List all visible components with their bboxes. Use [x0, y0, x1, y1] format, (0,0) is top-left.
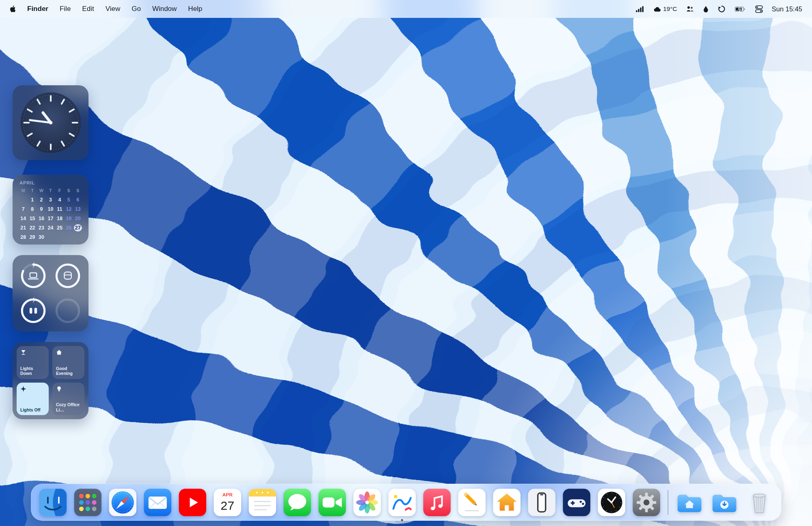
calendar-day: 24: [46, 224, 54, 232]
menu-go[interactable]: Go: [132, 5, 141, 13]
desktop-wallpaper: [0, 0, 812, 526]
calendar-day: 20: [74, 215, 82, 222]
scene-button-cozy-office-li[interactable]: Cozy Office Li…: [52, 383, 84, 416]
calendar-day: 6: [74, 196, 82, 203]
temperature-label: 19°C: [663, 5, 677, 13]
calendar-day: 17: [46, 215, 54, 222]
drop-icon[interactable]: [703, 6, 709, 13]
menu-finder[interactable]: Finder: [27, 5, 48, 13]
calendar-day: 4: [56, 196, 64, 203]
house-icon: [56, 349, 62, 355]
dock-photos-app[interactable]: [352, 488, 382, 517]
analog-clock: [18, 90, 83, 155]
svg-text:APR: APR: [222, 492, 233, 498]
calendar-today: 27: [74, 224, 82, 232]
bulb-icon: [56, 386, 62, 392]
dock-settings-app[interactable]: [632, 488, 661, 517]
dock-pages-app[interactable]: [457, 488, 486, 517]
menu-help[interactable]: Help: [188, 5, 202, 13]
calendar-day: 22: [28, 224, 37, 232]
calendar-month-label: APRIL: [19, 180, 82, 185]
dock-home-app[interactable]: [492, 488, 521, 517]
scene-label: Lights Down: [20, 366, 45, 376]
dock-freeform-app[interactable]: [387, 488, 417, 517]
dock-safari-app[interactable]: [108, 488, 137, 517]
calendar-day: 9: [37, 206, 45, 213]
dock-clock-app[interactable]: [597, 488, 626, 517]
cloud-icon: [653, 6, 661, 12]
calendar-day: 8: [28, 206, 37, 213]
calendar-day: 25: [56, 224, 64, 232]
svg-text:27: 27: [220, 499, 234, 512]
scene-label: Cozy Office Li…: [56, 402, 81, 412]
calendar-day: 29: [28, 234, 37, 241]
calendar-day: 3: [46, 196, 54, 203]
calendar-day: 26: [65, 224, 73, 232]
dock-folder-home[interactable]: [675, 488, 704, 517]
calendar-day-header: S: [65, 187, 73, 194]
calendar-day: 30: [37, 234, 45, 241]
menubar-clock[interactable]: Sun 15:45: [772, 5, 802, 13]
dock-mail-app[interactable]: [143, 488, 172, 517]
cellular-signal-icon[interactable]: [636, 6, 644, 13]
calendar-day: [46, 234, 54, 241]
menu-view[interactable]: View: [106, 5, 121, 13]
widget-column: APRIL MTWTFSS123456789101112131415161718…: [13, 85, 89, 419]
widget-batteries[interactable]: [13, 255, 89, 331]
widget-home-scenes: Lights DownGood EveningLights OffCozy Of…: [13, 342, 89, 419]
dock-youtube-app[interactable]: [178, 488, 207, 517]
calendar-day: 1: [28, 196, 37, 203]
dock-facetime-app[interactable]: [317, 488, 347, 517]
calendar-day: 16: [37, 215, 45, 222]
scene-label: Good Evening: [56, 366, 81, 376]
calendar-day: [19, 196, 27, 203]
dock-trash[interactable]: [745, 488, 774, 517]
dock-launchpad-app[interactable]: [73, 488, 102, 517]
scene-button-lights-off[interactable]: Lights Off: [17, 383, 49, 416]
weather-status[interactable]: 19°C: [653, 5, 677, 13]
time-machine-icon[interactable]: [718, 5, 725, 13]
calendar-day-header: F: [56, 187, 64, 194]
dock-folder-downloads[interactable]: [710, 488, 739, 517]
menu-file[interactable]: File: [60, 5, 71, 13]
scene-label: Lights Off: [20, 407, 45, 412]
calendar-day-header: T: [46, 187, 54, 194]
people-icon[interactable]: [686, 6, 694, 12]
dock-finder-app[interactable]: [38, 488, 67, 517]
calendar-day: 10: [46, 206, 54, 213]
dock-calendar-app[interactable]: APR27: [213, 488, 242, 517]
calendar-day: 12: [65, 206, 73, 213]
calendar-day: 28: [19, 234, 27, 241]
calendar-day: 19: [65, 215, 73, 222]
calendar-day: 11: [56, 206, 64, 213]
widget-calendar[interactable]: APRIL MTWTFSS123456789101112131415161718…: [13, 175, 89, 245]
apple-menu-icon[interactable]: [10, 5, 17, 13]
dock: APR27: [31, 484, 781, 521]
battery-ring-case: [52, 260, 83, 291]
app-menus: FinderFileEditViewGoWindowHelp: [27, 5, 202, 13]
dock-games-app[interactable]: [562, 488, 591, 517]
calendar-day-header: T: [28, 187, 37, 194]
dock-separator: [667, 490, 668, 515]
battery-ring-macbook: [18, 260, 49, 291]
dock-iphone-mirroring-app[interactable]: [527, 488, 556, 517]
sparkle-icon: [20, 386, 26, 392]
calendar-day: [56, 234, 64, 241]
dock-messages-app[interactable]: [283, 488, 312, 517]
menu-window[interactable]: Window: [152, 5, 177, 13]
widget-clock[interactable]: [13, 85, 89, 160]
calendar-day: 21: [19, 224, 27, 232]
calendar-day: 23: [37, 224, 45, 232]
lamp-icon: [20, 349, 26, 355]
dock-notes-app[interactable]: [248, 488, 277, 517]
calendar-day: 5: [65, 196, 73, 203]
battery-charging-icon[interactable]: [734, 6, 746, 13]
scene-button-lights-down[interactable]: Lights Down: [17, 346, 49, 379]
calendar-grid: MTWTFSS123456789101112131415161718192021…: [19, 187, 82, 241]
control-center-icon[interactable]: [755, 5, 763, 13]
menu-edit[interactable]: Edit: [82, 5, 94, 13]
scene-button-good-evening[interactable]: Good Evening: [52, 346, 84, 379]
battery-ring-airpods: [18, 295, 49, 326]
dock-music-app[interactable]: [422, 488, 451, 517]
calendar-day: 18: [56, 215, 64, 222]
